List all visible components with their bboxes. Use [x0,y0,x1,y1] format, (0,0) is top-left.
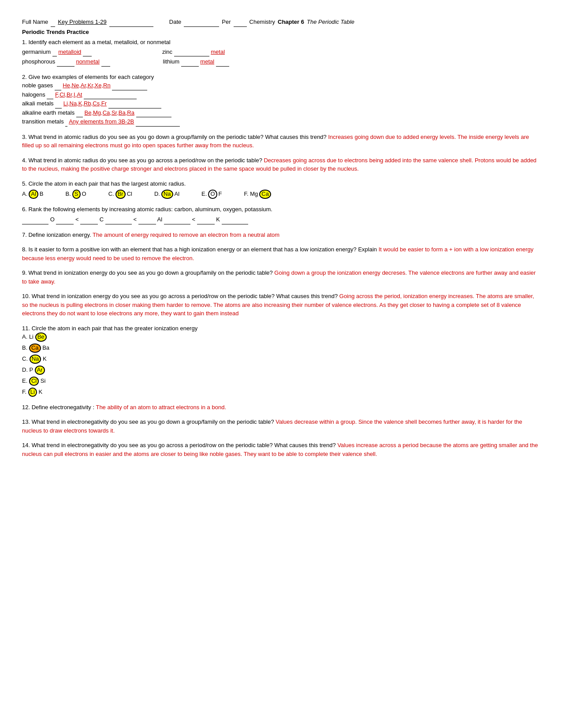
q11-c-answer: Na [30,355,41,364]
date-blank [184,18,219,27]
q5-pair-b: B. S O [66,190,86,199]
question-6: 6. Rank the following elements by increa… [22,205,540,224]
q5-e-circled: O [208,190,217,199]
q4-text: 4. What trend in atomic radius do you se… [22,157,264,164]
q11-f: F. Li K [22,388,540,397]
question-12: 12. Define electronegativity : The abili… [22,403,540,412]
q2-alkali-metals: alkali metals Li,Na,K,Rb,Cs,Fr [22,99,540,108]
q11-text: 11. Circle the atom in each pair that ha… [22,324,540,333]
q5-pair-c: C. Br Cl [108,190,132,199]
q7-text: 7. Define ionization energy. [22,231,93,238]
q11-a-answer: Be [35,332,47,342]
question-7: 7. Define ionization energy. The amount … [22,231,540,239]
question-4: 4. What trend in atomic radius do you se… [22,156,540,173]
question-14: 14. What trend in electronegativity do y… [22,441,540,458]
q9-text: 9. What trend in ionization energy do yo… [22,269,274,276]
question-11: 11. Circle the atom in each pair that ha… [22,324,540,397]
q11-e-answer: Cl [29,377,39,386]
q3-text: 3. What trend in atomic radius do you se… [22,134,327,140]
per-label: Per [222,18,231,26]
q5-pair-f: F. Mg Ca [244,190,271,199]
q11-a: A. Li Be [22,332,540,342]
q2-text: 2. Give two examples of elements for eac… [22,73,540,82]
q5-pair-d: D. Na Al [154,190,179,199]
q2-noble-gases: noble gases He,Ne,Ar,Kr,Xe,Rn [22,81,540,90]
q5-a-circled: Al [29,190,38,199]
q7-answer: The amount of energy required to remove … [93,231,279,238]
q11-b-answer: Ca [29,343,41,353]
q10-text: 10. What trend in ionization energy do y… [22,293,339,299]
q2-alkaline-earth-metals: alkaline earth metals Be,Mg,Ca,Sr,Ba,Ra [22,108,540,118]
date-label: Date [169,18,181,26]
q5-c-circled: Br [115,190,126,199]
full-name-value: Key Problems 1-29 [58,18,107,26]
question-10: 10. What trend in ionization energy do y… [22,292,540,318]
q5-pair-a: A. Al B [22,190,44,199]
question-3: 3. What trend in atomic radius do you se… [22,133,540,150]
course-italic: The Periodic Table [307,18,354,26]
q1-zinc: zinc metal [162,48,225,57]
q8-text: 8. Is it easier to form a positive ion w… [22,246,379,253]
full-name-blank [51,18,55,27]
full-name-blank2 [109,18,153,27]
q6-ranking: O < C < Al < K [22,215,540,224]
q11-e: E. Cl Si [22,377,540,386]
q11-b: B. Ca Ba [22,343,540,353]
section-title: Periodic Trends Practice [22,28,540,37]
question-8: 8. Is it easier to form a positive ion w… [22,245,540,262]
q5-text: 5. Circle the atom in each pair that has… [22,179,540,188]
header: Full Name Key Problems 1-29 Date Per Che… [22,18,540,27]
q1-germanium: germanium metalloid [22,48,92,57]
chemistry-label: Chemistry [249,18,275,26]
q1-text: 1. Identify each element as a metal, met… [22,38,540,47]
q2-halogens: halogens F,Cl,Br,I,At [22,90,540,100]
question-2: 2. Give two examples of elements for eac… [22,73,540,127]
question-13: 13. What trend in electronegativity do y… [22,418,540,435]
q5-f-circled: Ca [259,190,271,199]
question-5: 5. Circle the atom in each pair that has… [22,179,540,199]
q14-text: 14. What trend in electronegativity do y… [22,442,337,448]
full-name-label: Full Name [22,18,48,26]
per-blank [234,18,247,27]
q2-transition-metals: transition metals Any elements from 3B-2… [22,117,540,127]
question-1: 1. Identify each element as a metal, met… [22,38,540,67]
q5-pairs: A. Al B B. S O C. Br Cl D. Na Al E. O F [22,190,540,199]
q11-d-answer: Ar [35,366,45,375]
q1-lithium: lithium metal [163,57,229,67]
q12-answer: The ability of an atom to attract electr… [96,404,226,411]
q1-phosphorous: phosphorous nonmetal [22,57,110,67]
question-9: 9. What trend in ionization energy do yo… [22,269,540,286]
q11-f-answer: Li [28,388,37,397]
q5-b-circled: S [72,190,81,199]
q11-c: C. Na K [22,355,540,364]
q12-text: 12. Define electronegativity : [22,404,94,411]
q6-text: 6. Rank the following elements by increa… [22,205,540,214]
chapter-bold: Chapter 6 [278,18,304,26]
q5-d-circled: Na [161,190,173,199]
q11-d: D. P Ar [22,366,540,375]
q5-pair-e: E. O F [201,190,222,199]
q13-text: 13. What trend in electronegativity do y… [22,418,275,425]
